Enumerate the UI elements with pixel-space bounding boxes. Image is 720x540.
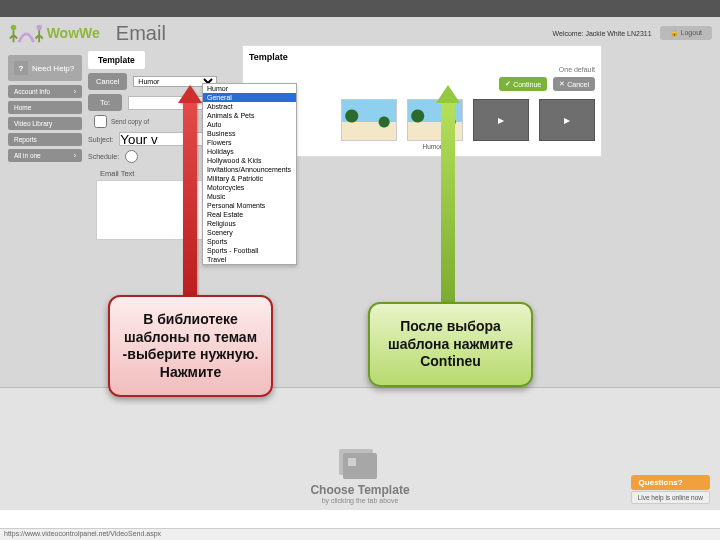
template-stack-icon xyxy=(343,453,377,479)
category-option[interactable]: Travel xyxy=(203,255,296,264)
choose-template-subtitle: by clicking the tab above xyxy=(322,497,399,504)
category-option[interactable]: Auto xyxy=(203,120,296,129)
status-bar: https://www.videocontrolpanel.net/VideoS… xyxy=(0,528,720,540)
play-icon: ▸ xyxy=(539,99,595,141)
category-option[interactable]: Holidays xyxy=(203,147,296,156)
category-option[interactable]: Sports xyxy=(203,237,296,246)
category-option[interactable]: Music xyxy=(203,192,296,201)
question-icon: ? xyxy=(14,61,28,75)
category-option[interactable]: Invitations/Announcements xyxy=(203,165,296,174)
svg-point-0 xyxy=(11,25,16,30)
cancel-button[interactable]: Cancel xyxy=(88,73,127,90)
tab-template[interactable]: Template xyxy=(88,51,145,69)
template-thumb[interactable]: Humor 1 xyxy=(407,99,463,150)
logo-text: WowWe xyxy=(47,25,100,41)
category-option[interactable]: General xyxy=(203,93,296,102)
send-copy-checkbox[interactable] xyxy=(94,115,107,128)
choose-template-title: Choose Template xyxy=(310,483,409,497)
template-thumb[interactable] xyxy=(341,99,397,150)
category-dropdown[interactable]: HumorGeneralAbstractAnimals & PetsAutoBu… xyxy=(202,83,297,265)
need-help-button[interactable]: ? Need Help? xyxy=(8,55,82,81)
status-url: https://www.videocontrolpanel.net/VideoS… xyxy=(4,530,161,537)
logout-button[interactable]: 🔒 Logout xyxy=(660,26,712,40)
choose-template-zone: Choose Template by clicking the tab abov… xyxy=(0,387,720,510)
svg-point-1 xyxy=(36,25,41,30)
template-cancel-button[interactable]: ✕ Cancel xyxy=(553,77,595,91)
questions-bubble[interactable]: Questions? xyxy=(631,475,710,490)
sidebar: ? Need Help? Account Info› Home Video Li… xyxy=(0,49,82,387)
page-title: Email xyxy=(116,22,166,45)
template-panel-title: Template xyxy=(249,52,595,62)
logo[interactable]: WowWe xyxy=(8,22,100,44)
play-icon: ▸ xyxy=(473,99,529,141)
content-area: Template Cancel Humor To: Send copy of xyxy=(82,49,720,387)
subject-input[interactable] xyxy=(119,132,203,146)
sidebar-item-all-in-one[interactable]: All in one› xyxy=(8,149,82,162)
chevron-right-icon: › xyxy=(74,152,76,159)
category-option[interactable]: Abstract xyxy=(203,102,296,111)
category-option[interactable]: Military & Patriotic xyxy=(203,174,296,183)
subject-label: Subject: xyxy=(88,136,113,143)
template-thumb[interactable]: ▸ xyxy=(539,99,595,150)
to-button[interactable]: To: xyxy=(88,94,122,111)
schedule-radio[interactable] xyxy=(125,150,138,163)
category-option[interactable]: Flowers xyxy=(203,138,296,147)
chevron-right-icon: › xyxy=(74,88,76,95)
sidebar-item-account[interactable]: Account Info› xyxy=(8,85,82,98)
default-label: One default xyxy=(559,66,595,73)
logo-icon xyxy=(8,22,45,44)
category-option[interactable]: Religious xyxy=(203,219,296,228)
template-thumb[interactable]: ▸ xyxy=(473,99,529,150)
category-option[interactable]: Business xyxy=(203,129,296,138)
live-help-label[interactable]: Live help is online now xyxy=(631,491,710,504)
category-option[interactable]: Animals & Pets xyxy=(203,111,296,120)
sidebar-item-video-library[interactable]: Video Library xyxy=(8,117,82,130)
main-app: WowWe Email Welcome: Jackie White LN2311… xyxy=(0,17,720,387)
category-option[interactable]: Personal Moments xyxy=(203,201,296,210)
lock-icon: 🔒 xyxy=(670,29,679,36)
category-option[interactable]: Scenery xyxy=(203,228,296,237)
schedule-label: Schedule: xyxy=(88,153,119,160)
help-widget[interactable]: Questions? Live help is online now xyxy=(631,475,710,504)
category-option[interactable]: Motorcycles xyxy=(203,183,296,192)
email-text-label: Email Text xyxy=(100,169,714,178)
sidebar-item-reports[interactable]: Reports xyxy=(8,133,82,146)
welcome-text: Welcome: Jackie White LN2311 xyxy=(553,30,652,37)
sidebar-item-home[interactable]: Home xyxy=(8,101,82,114)
category-option[interactable]: Humor xyxy=(203,84,296,93)
browser-chrome xyxy=(0,0,720,17)
template-thumbs: Humor 1 ▸ ▸ xyxy=(249,99,595,150)
category-option[interactable]: Sports - Football xyxy=(203,246,296,255)
category-option[interactable]: Hollywood & Kids xyxy=(203,156,296,165)
send-copy-label: Send copy of xyxy=(111,118,149,125)
category-option[interactable]: Real Estate xyxy=(203,210,296,219)
continue-button[interactable]: ✔ Continue xyxy=(499,77,547,91)
